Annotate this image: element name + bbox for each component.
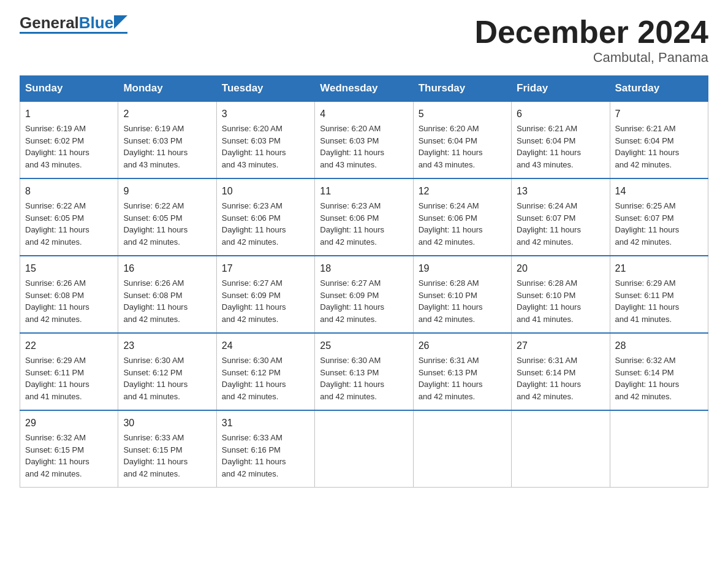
day-info: Sunrise: 6:33 AM Sunset: 6:15 PM Dayligh…	[123, 432, 211, 480]
day-number: 14	[615, 184, 703, 199]
day-number: 5	[419, 107, 506, 121]
day-info: Sunrise: 6:21 AM Sunset: 6:04 PM Dayligh…	[615, 123, 703, 170]
calendar-day-10: 10Sunrise: 6:23 AM Sunset: 6:06 PM Dayli…	[216, 178, 314, 256]
day-number: 31	[222, 416, 309, 431]
day-number: 8	[25, 184, 113, 199]
day-number: 1	[25, 107, 113, 121]
calendar-table: SundayMondayTuesdayWednesdayThursdayFrid…	[20, 75, 708, 488]
day-number: 12	[419, 184, 506, 199]
day-number: 29	[25, 416, 113, 431]
calendar-day-29: 29Sunrise: 6:32 AM Sunset: 6:15 PM Dayli…	[20, 410, 118, 488]
day-number: 24	[222, 339, 309, 353]
day-info: Sunrise: 6:25 AM Sunset: 6:07 PM Dayligh…	[615, 200, 703, 248]
logo-text: GeneralBlue	[20, 15, 113, 31]
calendar-day-27: 27Sunrise: 6:31 AM Sunset: 6:14 PM Dayli…	[512, 333, 610, 410]
day-number: 9	[123, 184, 211, 199]
calendar-day-5: 5Sunrise: 6:20 AM Sunset: 6:04 PM Daylig…	[413, 101, 511, 178]
day-info: Sunrise: 6:20 AM Sunset: 6:03 PM Dayligh…	[320, 123, 408, 170]
header: GeneralBlue December 2024 Cambutal, Pana…	[20, 15, 708, 66]
day-info: Sunrise: 6:23 AM Sunset: 6:06 PM Dayligh…	[222, 200, 309, 248]
calendar-week-4: 22Sunrise: 6:29 AM Sunset: 6:11 PM Dayli…	[20, 333, 708, 410]
day-info: Sunrise: 6:19 AM Sunset: 6:03 PM Dayligh…	[123, 123, 211, 170]
calendar-week-3: 15Sunrise: 6:26 AM Sunset: 6:08 PM Dayli…	[20, 256, 708, 333]
day-info: Sunrise: 6:23 AM Sunset: 6:06 PM Dayligh…	[320, 200, 408, 248]
day-info: Sunrise: 6:33 AM Sunset: 6:16 PM Dayligh…	[222, 432, 309, 480]
calendar-header-row: SundayMondayTuesdayWednesdayThursdayFrid…	[20, 76, 708, 102]
day-info: Sunrise: 6:19 AM Sunset: 6:02 PM Dayligh…	[25, 123, 113, 170]
day-info: Sunrise: 6:32 AM Sunset: 6:15 PM Dayligh…	[25, 432, 113, 480]
day-info: Sunrise: 6:20 AM Sunset: 6:04 PM Dayligh…	[419, 123, 506, 170]
calendar-day-22: 22Sunrise: 6:29 AM Sunset: 6:11 PM Dayli…	[20, 333, 118, 410]
calendar-week-5: 29Sunrise: 6:32 AM Sunset: 6:15 PM Dayli…	[20, 410, 708, 488]
page-subtitle: Cambutal, Panama	[474, 50, 708, 66]
logo: GeneralBlue	[20, 15, 127, 34]
day-info: Sunrise: 6:31 AM Sunset: 6:14 PM Dayligh…	[517, 354, 604, 402]
calendar-header-saturday: Saturday	[610, 76, 708, 102]
day-info: Sunrise: 6:28 AM Sunset: 6:10 PM Dayligh…	[419, 277, 506, 325]
day-info: Sunrise: 6:27 AM Sunset: 6:09 PM Dayligh…	[222, 277, 309, 325]
calendar-day-19: 19Sunrise: 6:28 AM Sunset: 6:10 PM Dayli…	[413, 256, 511, 333]
day-number: 3	[222, 107, 309, 121]
calendar-day-empty	[512, 410, 610, 488]
day-number: 6	[517, 107, 604, 121]
calendar-day-14: 14Sunrise: 6:25 AM Sunset: 6:07 PM Dayli…	[610, 178, 708, 256]
calendar-header-sunday: Sunday	[20, 76, 118, 102]
calendar-day-7: 7Sunrise: 6:21 AM Sunset: 6:04 PM Daylig…	[610, 101, 708, 178]
day-number: 17	[222, 261, 309, 276]
calendar-day-6: 6Sunrise: 6:21 AM Sunset: 6:04 PM Daylig…	[512, 101, 610, 178]
calendar-header-wednesday: Wednesday	[315, 76, 413, 102]
day-info: Sunrise: 6:30 AM Sunset: 6:12 PM Dayligh…	[123, 354, 211, 402]
calendar-day-4: 4Sunrise: 6:20 AM Sunset: 6:03 PM Daylig…	[315, 101, 413, 178]
day-number: 22	[25, 339, 113, 353]
day-info: Sunrise: 6:26 AM Sunset: 6:08 PM Dayligh…	[25, 277, 113, 325]
calendar-day-15: 15Sunrise: 6:26 AM Sunset: 6:08 PM Dayli…	[20, 256, 118, 333]
calendar-header-friday: Friday	[512, 76, 610, 102]
calendar-day-30: 30Sunrise: 6:33 AM Sunset: 6:15 PM Dayli…	[118, 410, 216, 488]
calendar-day-8: 8Sunrise: 6:22 AM Sunset: 6:05 PM Daylig…	[20, 178, 118, 256]
day-number: 18	[320, 261, 408, 276]
calendar-day-23: 23Sunrise: 6:30 AM Sunset: 6:12 PM Dayli…	[118, 333, 216, 410]
calendar-day-3: 3Sunrise: 6:20 AM Sunset: 6:03 PM Daylig…	[216, 101, 314, 178]
day-info: Sunrise: 6:24 AM Sunset: 6:07 PM Dayligh…	[517, 200, 604, 248]
day-info: Sunrise: 6:22 AM Sunset: 6:05 PM Dayligh…	[123, 200, 211, 248]
calendar-day-12: 12Sunrise: 6:24 AM Sunset: 6:06 PM Dayli…	[413, 178, 511, 256]
calendar-day-28: 28Sunrise: 6:32 AM Sunset: 6:14 PM Dayli…	[610, 333, 708, 410]
day-number: 4	[320, 107, 408, 121]
day-number: 26	[419, 339, 506, 353]
calendar-day-26: 26Sunrise: 6:31 AM Sunset: 6:13 PM Dayli…	[413, 333, 511, 410]
calendar-day-empty	[413, 410, 511, 488]
day-info: Sunrise: 6:30 AM Sunset: 6:12 PM Dayligh…	[222, 354, 309, 402]
calendar-day-9: 9Sunrise: 6:22 AM Sunset: 6:05 PM Daylig…	[118, 178, 216, 256]
day-info: Sunrise: 6:24 AM Sunset: 6:06 PM Dayligh…	[419, 200, 506, 248]
day-number: 23	[123, 339, 211, 353]
calendar-day-13: 13Sunrise: 6:24 AM Sunset: 6:07 PM Dayli…	[512, 178, 610, 256]
calendar-day-24: 24Sunrise: 6:30 AM Sunset: 6:12 PM Dayli…	[216, 333, 314, 410]
day-number: 16	[123, 261, 211, 276]
day-number: 13	[517, 184, 604, 199]
calendar-header-tuesday: Tuesday	[216, 76, 314, 102]
day-number: 11	[320, 184, 408, 199]
calendar-day-25: 25Sunrise: 6:30 AM Sunset: 6:13 PM Dayli…	[315, 333, 413, 410]
logo-line	[20, 32, 127, 34]
day-number: 25	[320, 339, 408, 353]
day-info: Sunrise: 6:27 AM Sunset: 6:09 PM Dayligh…	[320, 277, 408, 325]
day-number: 10	[222, 184, 309, 199]
day-number: 30	[123, 416, 211, 431]
calendar-day-20: 20Sunrise: 6:28 AM Sunset: 6:10 PM Dayli…	[512, 256, 610, 333]
calendar-day-2: 2Sunrise: 6:19 AM Sunset: 6:03 PM Daylig…	[118, 101, 216, 178]
calendar-header-monday: Monday	[118, 76, 216, 102]
day-number: 21	[615, 261, 703, 276]
calendar-day-21: 21Sunrise: 6:29 AM Sunset: 6:11 PM Dayli…	[610, 256, 708, 333]
day-info: Sunrise: 6:28 AM Sunset: 6:10 PM Dayligh…	[517, 277, 604, 325]
title-block: December 2024 Cambutal, Panama	[474, 15, 708, 66]
svg-marker-0	[114, 15, 127, 29]
day-info: Sunrise: 6:22 AM Sunset: 6:05 PM Dayligh…	[25, 200, 113, 248]
calendar-day-18: 18Sunrise: 6:27 AM Sunset: 6:09 PM Dayli…	[315, 256, 413, 333]
day-number: 28	[615, 339, 703, 353]
day-info: Sunrise: 6:29 AM Sunset: 6:11 PM Dayligh…	[615, 277, 703, 325]
calendar-day-1: 1Sunrise: 6:19 AM Sunset: 6:02 PM Daylig…	[20, 101, 118, 178]
calendar-day-empty	[315, 410, 413, 488]
day-info: Sunrise: 6:20 AM Sunset: 6:03 PM Dayligh…	[222, 123, 309, 170]
day-number: 2	[123, 107, 211, 121]
calendar-header-thursday: Thursday	[413, 76, 511, 102]
